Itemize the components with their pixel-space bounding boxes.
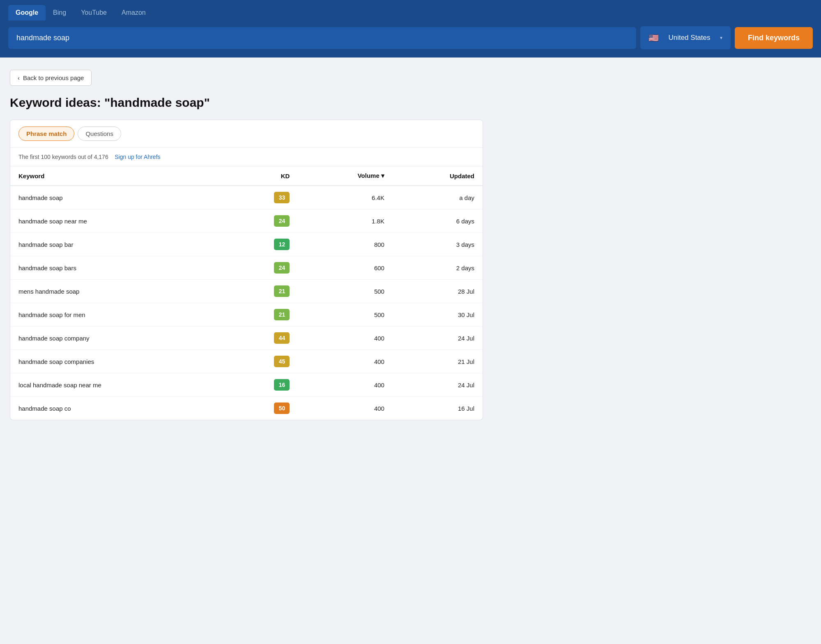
- updated-cell: 2 days: [393, 256, 483, 280]
- country-selector[interactable]: 🇺🇸 United States ▾: [640, 26, 731, 49]
- updated-cell: a day: [393, 186, 483, 209]
- keyword-cell: handmade soap company: [10, 327, 228, 350]
- kd-cell: 33: [228, 186, 298, 209]
- table-row: handmade soap bar 12 800 3 days: [10, 233, 483, 256]
- tabs-row: Phrase match Questions: [10, 120, 483, 148]
- back-arrow-icon: ‹: [18, 74, 20, 81]
- kd-badge: 45: [274, 356, 290, 367]
- updated-cell: 30 Jul: [393, 303, 483, 327]
- keyword-cell: handmade soap co: [10, 397, 228, 420]
- kd-cell: 50: [228, 397, 298, 420]
- back-button[interactable]: ‹ Back to previous page: [10, 70, 92, 86]
- col-updated: Updated: [393, 166, 483, 186]
- updated-cell: 24 Jul: [393, 373, 483, 397]
- search-input[interactable]: [8, 27, 636, 49]
- tab-questions[interactable]: Questions: [78, 126, 121, 141]
- updated-cell: 6 days: [393, 209, 483, 233]
- table-row: handmade soap 33 6.4K a day: [10, 186, 483, 209]
- kd-cell: 24: [228, 256, 298, 280]
- keyword-cell: handmade soap companies: [10, 350, 228, 373]
- kd-badge: 24: [274, 262, 290, 274]
- updated-cell: 16 Jul: [393, 397, 483, 420]
- keywords-table: Keyword KD Volume ▾ Updated handmade soa…: [10, 166, 483, 420]
- volume-cell: 1.8K: [298, 209, 392, 233]
- kd-badge: 16: [274, 379, 290, 391]
- table-header-row: Keyword KD Volume ▾ Updated: [10, 166, 483, 186]
- kd-cell: 44: [228, 327, 298, 350]
- kd-badge: 21: [274, 285, 290, 297]
- volume-cell: 500: [298, 280, 392, 303]
- back-button-label: Back to previous page: [23, 74, 84, 81]
- keywords-count-label: The first 100 keywords out of 4,176: [18, 154, 108, 160]
- nav-tab-bing[interactable]: Bing: [46, 5, 74, 21]
- updated-cell: 3 days: [393, 233, 483, 256]
- keyword-cell: local handmade soap near me: [10, 373, 228, 397]
- keyword-cell: handmade soap: [10, 186, 228, 209]
- nav-tab-google[interactable]: Google: [8, 5, 46, 21]
- kd-cell: 12: [228, 233, 298, 256]
- kd-badge: 24: [274, 215, 290, 227]
- kd-badge: 21: [274, 309, 290, 320]
- tab-phrase-match[interactable]: Phrase match: [18, 126, 74, 141]
- info-row: The first 100 keywords out of 4,176 Sign…: [10, 148, 483, 166]
- page-title: Keyword ideas: "handmade soap": [10, 96, 483, 110]
- col-keyword: Keyword: [10, 166, 228, 186]
- updated-cell: 21 Jul: [393, 350, 483, 373]
- table-row: handmade soap company 44 400 24 Jul: [10, 327, 483, 350]
- col-kd: KD: [228, 166, 298, 186]
- find-keywords-button[interactable]: Find keywords: [735, 27, 813, 49]
- kd-badge: 33: [274, 192, 290, 203]
- nav-tab-amazon[interactable]: Amazon: [114, 5, 153, 21]
- kd-cell: 21: [228, 303, 298, 327]
- volume-cell: 400: [298, 350, 392, 373]
- nav-tab-youtube[interactable]: YouTube: [74, 5, 114, 21]
- volume-cell: 6.4K: [298, 186, 392, 209]
- search-bar: 🇺🇸 United States ▾ Find keywords: [0, 21, 821, 58]
- volume-cell: 500: [298, 303, 392, 327]
- flag-icon: 🇺🇸: [649, 33, 659, 43]
- table-row: handmade soap for men 21 500 30 Jul: [10, 303, 483, 327]
- header: Google Bing YouTube Amazon 🇺🇸 United Sta…: [0, 0, 821, 58]
- updated-cell: 24 Jul: [393, 327, 483, 350]
- kd-badge: 44: [274, 332, 290, 344]
- volume-cell: 800: [298, 233, 392, 256]
- signup-link[interactable]: Sign up for Ahrefs: [115, 154, 160, 160]
- main-content: ‹ Back to previous page Keyword ideas: "…: [0, 58, 493, 432]
- table-row: handmade soap bars 24 600 2 days: [10, 256, 483, 280]
- kd-badge: 12: [274, 239, 290, 250]
- table-row: handmade soap companies 45 400 21 Jul: [10, 350, 483, 373]
- kd-cell: 21: [228, 280, 298, 303]
- keyword-cell: mens handmade soap: [10, 280, 228, 303]
- keyword-cell: handmade soap for men: [10, 303, 228, 327]
- volume-cell: 400: [298, 373, 392, 397]
- country-label: United States: [668, 34, 710, 42]
- kd-badge: 50: [274, 402, 290, 414]
- keyword-cell: handmade soap bar: [10, 233, 228, 256]
- updated-cell: 28 Jul: [393, 280, 483, 303]
- volume-cell: 400: [298, 397, 392, 420]
- volume-cell: 600: [298, 256, 392, 280]
- table-row: mens handmade soap 21 500 28 Jul: [10, 280, 483, 303]
- col-volume[interactable]: Volume ▾: [298, 166, 392, 186]
- results-card: Phrase match Questions The first 100 key…: [10, 120, 483, 420]
- table-row: handmade soap co 50 400 16 Jul: [10, 397, 483, 420]
- chevron-down-icon: ▾: [720, 35, 722, 41]
- kd-cell: 24: [228, 209, 298, 233]
- nav-tabs: Google Bing YouTube Amazon: [0, 0, 821, 21]
- table-row: handmade soap near me 24 1.8K 6 days: [10, 209, 483, 233]
- kd-cell: 16: [228, 373, 298, 397]
- volume-cell: 400: [298, 327, 392, 350]
- kd-cell: 45: [228, 350, 298, 373]
- table-row: local handmade soap near me 16 400 24 Ju…: [10, 373, 483, 397]
- keyword-cell: handmade soap bars: [10, 256, 228, 280]
- keyword-cell: handmade soap near me: [10, 209, 228, 233]
